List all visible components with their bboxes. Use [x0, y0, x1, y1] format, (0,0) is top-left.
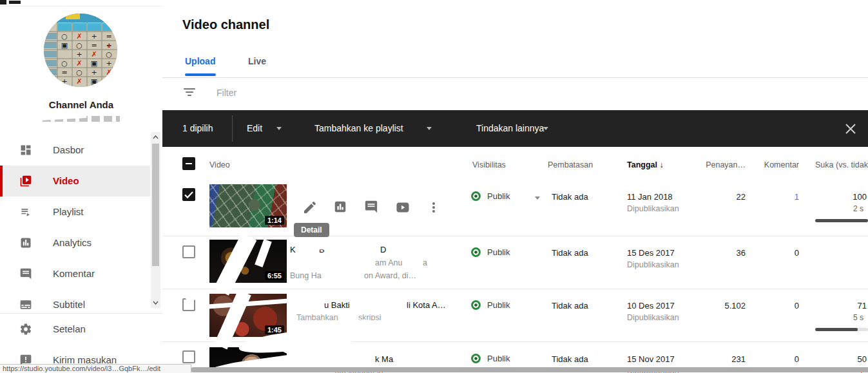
video-title-fragment[interactable]: u Bakti	[324, 300, 350, 310]
svg-text:+: +	[106, 59, 111, 68]
scroll-up-icon[interactable]	[151, 132, 160, 142]
column-header-comments[interactable]: Komentar	[735, 160, 799, 169]
comments-icon[interactable]	[364, 200, 380, 215]
video-title-fragment[interactable]: li Kota A…	[407, 300, 446, 310]
publik-eye-icon	[470, 353, 481, 364]
svg-text:✗: ✗	[76, 77, 82, 86]
scroll-down-icon[interactable]	[151, 298, 160, 308]
video-description-fragment: Tambahkan	[296, 313, 338, 322]
tab-upload[interactable]: Upload	[185, 56, 215, 66]
visibility-label: Publik	[487, 191, 510, 201]
sidebar-scrollbar[interactable]	[151, 132, 160, 308]
chevron-down-icon[interactable]	[535, 196, 540, 200]
more-actions-menu-button[interactable]: Tindakan lainnya	[476, 110, 544, 147]
analytics-icon[interactable]	[333, 200, 349, 215]
table-header: Video Visibilitas Pembatasan Tanggal ↓ P…	[162, 147, 868, 181]
svg-text:▣: ▣	[61, 41, 68, 50]
avatar-schedule-image: ○+= ▣○=+ +○ ○▣+ =○+ +▣○ ✗⚹✗ ✗✗✗	[44, 14, 117, 87]
video-description-fragment: on Award, di…	[364, 271, 416, 280]
comments-icon	[19, 267, 32, 280]
sidebar-item-playlist[interactable]: Playlist	[0, 196, 150, 227]
svg-text:○: ○	[61, 59, 68, 68]
date-status: Dipublikasikan	[627, 204, 679, 213]
svg-text:=: =	[61, 68, 67, 77]
redaction-mark	[302, 240, 378, 250]
date-cell: 15 Des 2017	[627, 248, 675, 258]
column-header-date[interactable]: Tanggal ↓	[627, 160, 664, 169]
more-icon[interactable]	[426, 200, 441, 215]
svg-text:=: =	[106, 32, 111, 41]
video-description-fragment: a	[423, 258, 427, 267]
svg-text:○: ○	[76, 41, 82, 50]
edit-pencil-icon[interactable]	[302, 200, 318, 215]
main-content: Video channel Upload Live Filter 1 dipil…	[162, 0, 868, 373]
youtube-studio-video-page: ○+= ▣○=+ +○ ○▣+ =○+ +▣○ ✗⚹✗ ✗✗✗ Channel …	[0, 0, 868, 373]
youtube-icon[interactable]	[395, 200, 410, 215]
channel-avatar[interactable]: ○+= ▣○=+ +○ ○▣+ =○+ +▣○ ✗⚹✗ ✗✗✗	[44, 14, 117, 87]
visibility-cell: Publik	[470, 300, 510, 311]
visibility-cell: Publik	[470, 247, 510, 258]
settings-icon	[19, 323, 32, 336]
video-title-fragment[interactable]: K	[290, 245, 296, 254]
restrictions-cell: Tidak ada	[552, 354, 588, 364]
status-bar-url: https://studio.youtube.com/video/i3…GqbF…	[0, 364, 191, 373]
video-title-fragment[interactable]: k Ma	[375, 354, 393, 364]
horizontal-scrollbar-thumb[interactable]	[191, 367, 868, 372]
chevron-down-icon[interactable]	[276, 127, 282, 130]
sidebar-item-label: Analytics	[53, 237, 92, 248]
svg-text:○: ○	[61, 32, 68, 41]
redaction-mark	[389, 243, 428, 250]
visibility-cell[interactable]: Publik	[470, 191, 510, 202]
sidebar-item-setelan[interactable]: Setelan	[0, 314, 150, 345]
select-all-checkbox[interactable]	[182, 157, 195, 170]
video-thumbnail[interactable]: 1:14	[209, 184, 287, 227]
likes-pct-cell: 100	[802, 192, 867, 202]
row-checkbox[interactable]	[182, 245, 195, 258]
column-header-visibility[interactable]: Visibilitas	[472, 160, 506, 169]
filter-input[interactable]: Filter	[217, 88, 236, 98]
column-header-restrictions[interactable]: Pembatasan	[548, 160, 593, 169]
video-title-fragment[interactable]: D	[380, 245, 386, 254]
sidebar-item-video[interactable]: Video	[0, 166, 150, 196]
likes-ratio-bar	[815, 328, 868, 331]
likes-ratio-bar	[815, 219, 868, 222]
restrictions-cell: Tidak ada	[552, 248, 588, 258]
sidebar-item-dasbor[interactable]: Dasbor	[0, 135, 150, 166]
publik-eye-icon	[470, 300, 481, 311]
comments-count-link[interactable]: 1	[735, 192, 799, 202]
sidebar-item-label: Subtitel	[53, 299, 85, 310]
edit-menu-button[interactable]: Edit	[247, 110, 262, 147]
sidebar-item-komentar[interactable]: Komentar	[0, 258, 150, 289]
indeterminate-mark	[186, 163, 192, 164]
subtitles-icon	[19, 298, 32, 311]
likes-pct-cell: 71	[802, 301, 867, 311]
add-to-playlist-menu-button[interactable]: Tambahkan ke playlist	[314, 110, 403, 147]
redaction-mark	[360, 298, 403, 307]
video-row[interactable]: 1:14 Detail Publik Tidak ada 11 Jan 2018	[162, 180, 868, 236]
date-cell: 10 Des 2017	[627, 301, 675, 311]
column-header-likes[interactable]: Suka (vs. tidak	[815, 160, 868, 169]
tab-live[interactable]: Live	[248, 56, 266, 66]
tabs-divider	[162, 77, 868, 78]
sidebar-item-label: Playlist	[53, 206, 84, 217]
dashboard-icon	[19, 144, 32, 157]
duration-badge: 6:55	[265, 271, 284, 280]
svg-text:=: =	[91, 41, 97, 50]
close-icon[interactable]	[844, 122, 857, 135]
row-checkbox[interactable]	[182, 350, 195, 363]
sidebar-item-analytics[interactable]: Analytics	[0, 227, 150, 258]
toolbar-divider	[232, 115, 233, 142]
sidebar-item-label: Video	[53, 175, 79, 186]
chevron-down-icon[interactable]	[543, 127, 548, 130]
scrollbar-thumb[interactable]	[152, 144, 159, 266]
redaction-mark	[296, 298, 322, 307]
chevron-down-icon[interactable]	[427, 127, 432, 130]
date-cell: 11 Jan 2018	[627, 192, 673, 202]
column-header-video[interactable]: Video	[209, 160, 230, 169]
filter-icon[interactable]	[184, 88, 195, 96]
video-row[interactable]: 1:45 u Bakti li Kota A… Tambahkan skrips…	[162, 289, 868, 342]
redaction-mark	[410, 258, 420, 265]
screen-artifact	[9, 1, 21, 4]
row-checkbox-checked[interactable]	[182, 188, 195, 201]
date-status: Dipublikasikan	[627, 313, 679, 322]
